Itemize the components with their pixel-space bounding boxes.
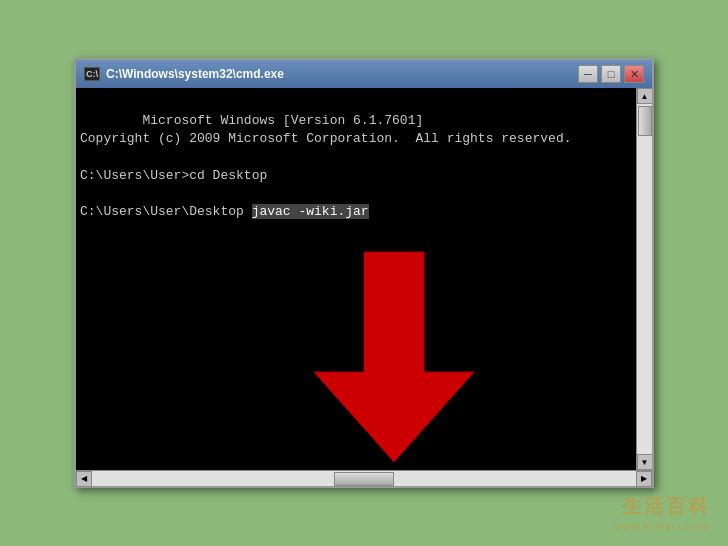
cmd-window: C:\ C:\Windows\system32\cmd.exe ─ □ ✕ Mi… [74,58,654,488]
horizontal-track[interactable] [92,471,636,486]
scrollbar-vertical: ▲ ▼ [636,88,652,470]
title-bar-left: C:\ C:\Windows\system32\cmd.exe [84,67,284,81]
close-button[interactable]: ✕ [624,65,644,83]
main-wrapper: C:\ C:\Windows\system32\cmd.exe ─ □ ✕ Mi… [0,0,728,546]
cmd-body: Microsoft Windows [Version 6.1.7601] Cop… [76,88,652,470]
minimize-button[interactable]: ─ [578,65,598,83]
title-bar-buttons: ─ □ ✕ [578,65,644,83]
watermark: 生活百科 www.bimeiz.com [614,493,710,532]
line2: Copyright (c) 2009 Microsoft Corporation… [80,131,571,146]
cmd-icon: C:\ [84,67,100,81]
watermark-top: 生活百科 [622,493,710,520]
line1: Microsoft Windows [Version 6.1.7601] [142,113,423,128]
scroll-left-button[interactable]: ◀ [76,471,92,487]
scroll-down-button[interactable]: ▼ [637,454,653,470]
window-title: C:\Windows\system32\cmd.exe [106,67,284,81]
watermark-bottom: www.bimeiz.com [614,520,710,532]
scrollbar-horizontal: ◀ ▶ [76,470,652,486]
maximize-button[interactable]: □ [601,65,621,83]
scroll-right-button[interactable]: ▶ [636,471,652,487]
line6-prefix: C:\Users\User\Desktop [80,204,252,219]
title-bar: C:\ C:\Windows\system32\cmd.exe ─ □ ✕ [76,60,652,88]
scrollbar-thumb[interactable] [638,106,652,136]
scroll-up-button[interactable]: ▲ [637,88,653,104]
line6-highlighted: javac -wiki.jar [252,204,369,219]
cmd-content[interactable]: Microsoft Windows [Version 6.1.7601] Cop… [76,88,636,470]
horizontal-thumb[interactable] [334,472,394,486]
line4: C:\Users\User>cd Desktop [80,168,267,183]
scrollbar-track[interactable] [637,104,652,454]
